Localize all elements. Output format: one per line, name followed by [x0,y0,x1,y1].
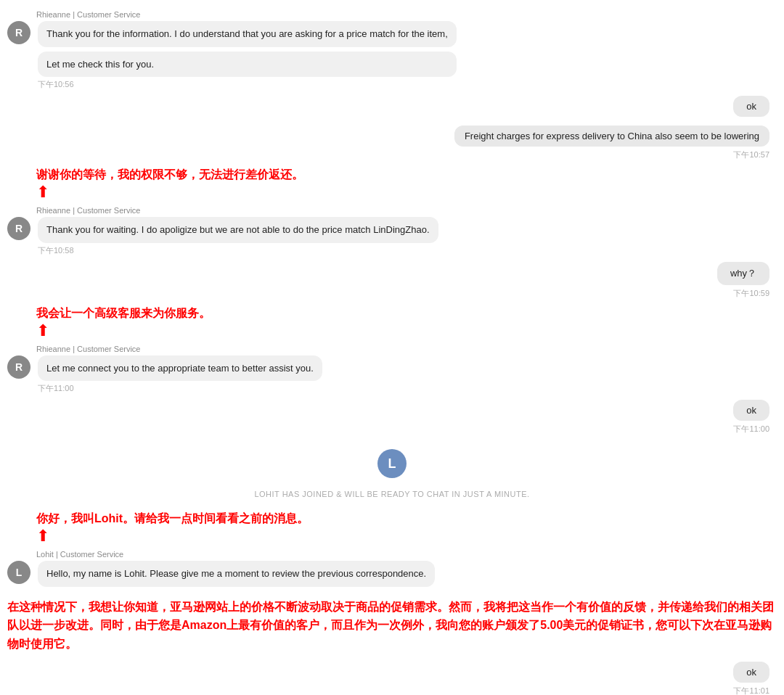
agent-name: Rhieanne | Customer Service [36,345,784,353]
message-group-6: ok 下午11:00 [0,397,784,437]
agent-join-banner: L [0,449,784,478]
agent-name: Lohit | Customer Service [36,550,784,559]
user-msg-wrap: ok [0,96,769,117]
cn-block-annotation: 在这种情况下，我想让你知道，亚马逊网站上的价格不断波动取决于商品的促销需求。然而… [0,592,784,659]
agent-name: Rhieanne | Customer Service [36,206,784,215]
cn-annotation-1: 谢谢你的等待，我的权限不够，无法进行差价返还。 ⬆ [0,163,784,203]
agent-bubble-wrap: R Thank you for the information. I do un… [0,21,784,77]
user-bubble-ok2: ok [733,400,769,421]
lohit-avatar: L [377,449,407,478]
message-group-8: ok 下午11:01 [0,659,784,695]
avatar-r3: R [7,355,30,379]
message-group-1: Rhieanne | Customer Service R Thank you … [0,7,784,93]
timestamp: 下午10:58 [38,245,784,256]
user-bubble-why: why？ [717,262,769,285]
agent-bubble: Let me connect you to the appropriate te… [38,355,322,382]
avatar-r: R [7,21,30,44]
agent-bubble: Thank you for waiting. I do apoligize bu… [38,217,438,243]
agent-bubble: Let me check this for you. [38,52,457,78]
agent-bubble: Thank you for the information. I do unde… [38,21,457,47]
cn-text-3: 你好，我叫Lohit。请给我一点时间看看之前的消息。 [36,511,784,527]
cn-annotation-3: 你好，我叫Lohit。请给我一点时间看看之前的消息。 ⬆ [0,507,784,547]
message-group-2b: Freight charges for express delivery to … [0,123,784,163]
agent-bubble: Hello, my name is Lohit. Please give me … [38,561,435,587]
user-msg-wrap: Freight charges for express delivery to … [0,126,769,147]
cn-text-1: 谢谢你的等待，我的权限不够，无法进行差价返还。 [36,168,784,183]
timestamp: 下午11:00 [0,424,769,435]
chat-container: Rhieanne | Customer Service R Thank you … [0,0,784,695]
message-group-7: Lohit | Customer Service L Hello, my nam… [0,547,784,592]
arrow-up-1: ⬆ [36,184,784,200]
user-msg-wrap: why？ [0,262,769,285]
timestamp: 下午11:00 [38,383,784,394]
arrow-up-3: ⬆ [36,528,784,544]
cn-text-2: 我会让一个高级客服来为你服务。 [36,306,784,321]
agent-bubble-wrap: R Let me connect you to the appropriate … [0,355,784,382]
cn-annotation-2: 我会让一个高级客服来为你服务。 ⬆ [0,302,784,342]
timestamp: 下午11:01 [0,686,769,695]
timestamp: 下午10:59 [0,288,769,299]
user-bubble-ok3: ok [733,662,769,683]
user-msg-wrap: ok [0,400,769,421]
message-group-5: Rhieanne | Customer Service R Let me con… [0,342,784,398]
join-system-msg: LOHIT HAS JOINED & WILL BE READY TO CHAT… [0,490,784,498]
arrow-up-2: ⬆ [36,323,784,339]
user-msg-wrap: ok [0,662,769,683]
timestamp: 下午10:57 [0,149,769,160]
agent-name: Rhieanne | Customer Service [36,10,784,19]
cn-block-text: 在这种情况下，我想让你知道，亚马逊网站上的价格不断波动取决于商品的促销需求。然而… [0,595,784,657]
join-banner-section: L LOHIT HAS JOINED & WILL BE READY TO CH… [0,437,784,507]
message-group-4: why？ 下午10:59 [0,259,784,302]
message-group-3: Rhieanne | Customer Service R Thank you … [0,203,784,259]
agent-bubble-wrap: L Hello, my name is Lohit. Please give m… [0,561,784,587]
user-bubble: Freight charges for express delivery to … [454,126,769,147]
timestamp: 下午10:56 [38,79,784,90]
message-group-2: ok [0,93,784,123]
agent-bubble-wrap: R Thank you for waiting. I do apoligize … [0,217,784,243]
avatar-r2: R [7,217,30,240]
user-bubble: ok [733,96,769,117]
avatar-l: L [7,561,30,584]
